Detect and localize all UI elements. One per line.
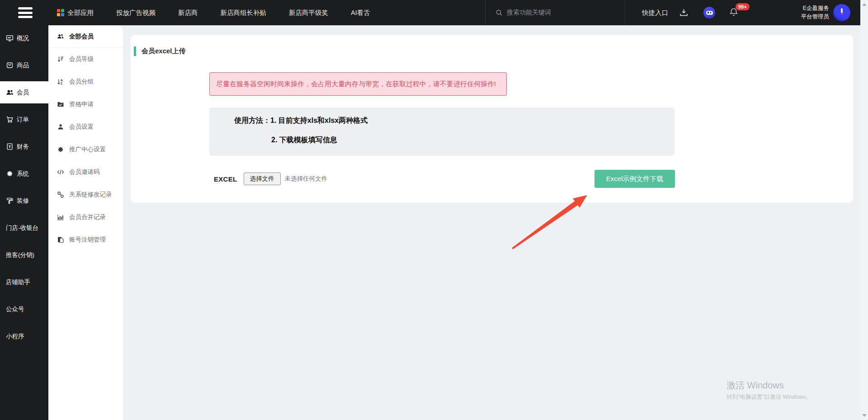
download-icon[interactable] xyxy=(679,8,689,17)
submenu-item-member-level[interactable]: 会员等级 xyxy=(48,48,123,70)
bar-chart-icon xyxy=(57,214,64,221)
assistant-robot-icon[interactable] xyxy=(703,7,715,19)
chain-link-icon xyxy=(57,191,64,198)
watermark-line-1: 激活 Windows xyxy=(726,379,811,392)
submenu-item-relation-log[interactable]: 关系链修改记录 xyxy=(48,183,123,206)
excel-upload-row: EXCEL 选择文件 未选择任何文件 xyxy=(214,172,327,186)
scrollbar-down-arrow-icon[interactable] xyxy=(862,414,867,417)
goods-icon xyxy=(6,61,14,69)
file-copy-icon xyxy=(57,236,64,243)
account-role: 平台管理员 xyxy=(788,13,829,21)
system-gear-icon xyxy=(6,170,14,177)
topnav-item-ad-video[interactable]: 投放广告视频 xyxy=(116,9,156,17)
member-submenu: 全部会员 会员等级 A Z 会员分组 资格申请 会员设置 xyxy=(48,25,123,420)
sidebar-item-goods[interactable]: 商品 xyxy=(0,54,48,76)
submenu-item-member-group[interactable]: A Z 会员分组 xyxy=(48,70,123,93)
sidebar-item-overview[interactable]: 概况 xyxy=(0,27,48,49)
topnav-label: 全部应用 xyxy=(67,9,94,17)
windows-activation-watermark: 激活 Windows 转到“电脑设置”以激活 Windows。 xyxy=(726,379,811,401)
svg-text:A: A xyxy=(61,79,63,82)
usage-line-2: 2. 下载模板填写信息 xyxy=(271,135,337,145)
code-icon xyxy=(57,168,64,176)
members-icon xyxy=(6,89,14,96)
orders-icon xyxy=(6,116,14,123)
sidebar-item-promoter[interactable]: 推客(分销) xyxy=(0,244,48,266)
sort-amount-icon xyxy=(57,56,64,63)
sidebar-item-orders[interactable]: 订单 xyxy=(0,108,48,131)
member-excel-upload-panel: 会员excel上传 尽量在服务器空闲时间来操作，会占用大量内存与带宽，在获取过程… xyxy=(131,35,853,203)
topnav-item-ai-tongue[interactable]: AI看舌 xyxy=(351,9,370,17)
sidebar-item-shop-assistant[interactable]: 店铺助手 xyxy=(0,271,48,293)
file-status-text: 未选择任何文件 xyxy=(285,175,328,183)
sidebar-item-members[interactable]: 会员 xyxy=(0,81,48,103)
users-group-icon xyxy=(57,33,64,40)
avatar[interactable] xyxy=(833,4,850,21)
sidebar: 概况 商品 会员 订单 财务 xyxy=(0,25,48,420)
usage-line-1: 使用方法：1. 目前支持xls和xlsx两种格式 xyxy=(234,116,368,126)
vertical-scrollbar[interactable] xyxy=(860,0,868,420)
quick-entry-link[interactable]: 快捷入口 xyxy=(642,0,668,25)
sidebar-item-store-cashier[interactable]: 门店-收银台 xyxy=(0,217,48,239)
hamburger-menu-icon[interactable] xyxy=(18,7,33,18)
account-info[interactable]: E企盈服务 平台管理员 xyxy=(788,4,829,21)
sort-alpha-icon: A Z xyxy=(57,78,64,85)
paint-roller-icon xyxy=(6,197,14,205)
topnav-item-peer-award[interactable]: 新店商平级奖 xyxy=(289,9,328,17)
choose-file-button[interactable]: 选择文件 xyxy=(244,173,281,185)
submenu-item-member-settings[interactable]: 会员设置 xyxy=(48,116,123,138)
scrollbar-up-arrow-icon[interactable] xyxy=(862,3,867,6)
submenu-item-qualification[interactable]: 资格申请 xyxy=(48,93,123,116)
search-placeholder: 搜索功能关键词 xyxy=(507,9,551,17)
excel-sample-download-button[interactable]: Excel示例文件下载 xyxy=(594,170,675,188)
person-icon xyxy=(57,123,64,131)
submenu-item-all-members[interactable]: 全部会员 xyxy=(48,25,123,48)
notification-badge: 99+ xyxy=(736,3,750,10)
account-name: E企盈服务 xyxy=(788,4,829,13)
submenu-item-invite-code[interactable]: 会员邀请码 xyxy=(48,161,123,183)
gear-icon xyxy=(57,146,64,153)
watermark-line-2: 转到“电脑设置”以激活 Windows。 xyxy=(726,393,811,401)
topnav-item-all-apps[interactable]: 全部应用 xyxy=(57,9,94,17)
search-icon xyxy=(495,9,503,16)
sidebar-item-system[interactable]: 系统 xyxy=(0,163,48,185)
topnav-item-leader-subsidy[interactable]: 新店商组长补贴 xyxy=(221,9,267,17)
topnav: 全部应用 投放广告视频 新店商 新店商组长补贴 新店商平级奖 AI看舌 xyxy=(57,0,370,25)
svg-text:Z: Z xyxy=(61,82,62,85)
excel-field-label: EXCEL xyxy=(214,175,237,183)
title-accent-bar xyxy=(134,47,136,56)
usage-instructions: 使用方法：1. 目前支持xls和xlsx两种格式 2. 下载模板填写信息 xyxy=(209,107,675,156)
topnav-item-new-shop[interactable]: 新店商 xyxy=(178,9,198,17)
warning-banner: 尽量在服务器空闲时间来操作，会占用大量内存与带宽，在获取过程中，请不要进行任何操… xyxy=(209,72,507,96)
submenu-item-account-cancellation[interactable]: 账号注销管理 xyxy=(48,229,123,251)
sidebar-item-mini-program[interactable]: 小程序 xyxy=(0,325,48,347)
submenu-item-merge-log[interactable]: 会员合并记录 xyxy=(48,206,123,229)
submenu-item-promotion-center[interactable]: 推广中心设置 xyxy=(48,138,123,161)
folder-check-icon xyxy=(57,101,64,108)
sidebar-item-finance[interactable]: 财务 xyxy=(0,135,48,158)
apps-grid-icon xyxy=(57,9,64,16)
topbar: 全部应用 投放广告视频 新店商 新店商组长补贴 新店商平级奖 AI看舌 搜索功能… xyxy=(0,0,860,25)
sidebar-item-decoration[interactable]: 装修 xyxy=(0,190,48,212)
sidebar-item-official-account[interactable]: 公众号 xyxy=(0,298,48,320)
overview-icon xyxy=(6,34,14,42)
finance-icon xyxy=(6,143,14,150)
search-input[interactable]: 搜索功能关键词 xyxy=(485,0,625,25)
page-title: 会员excel上传 xyxy=(134,47,186,56)
